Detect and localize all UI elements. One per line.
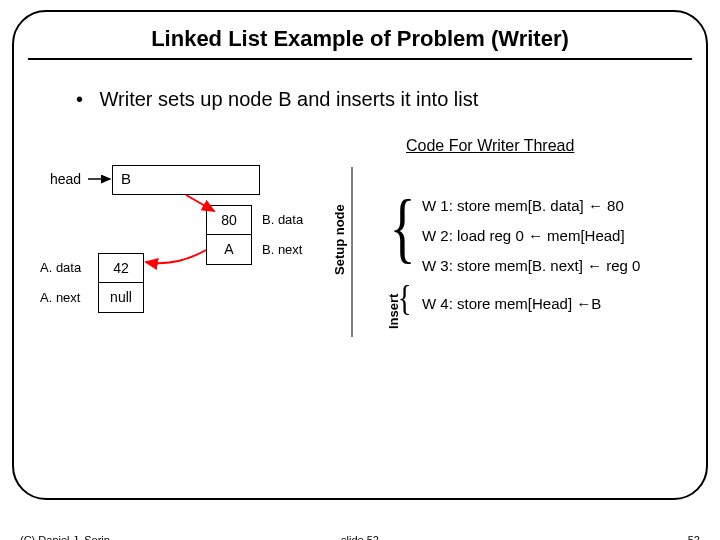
- code-heading: Code For Writer Thread: [406, 137, 574, 155]
- slide-title: Linked List Example of Problem (Writer): [36, 26, 684, 58]
- node-a-next-cell: null: [98, 283, 144, 313]
- code-w2: W 2: load reg 0 ← mem[Head]: [422, 221, 640, 251]
- a-next-label: A. next: [40, 283, 81, 313]
- code-lines: W 1: store mem[B. data] ← 80 W 2: load r…: [422, 191, 640, 319]
- code-w4: W 4: store mem[Head] ←B: [422, 289, 640, 319]
- node-a-labels: A. data A. next: [40, 253, 81, 313]
- head-label: head: [50, 171, 81, 187]
- diagram-area: Code For Writer Thread head B A. data A.…: [36, 137, 684, 437]
- a-data-label: A. data: [40, 253, 81, 283]
- slide-number-center: slide 52: [0, 534, 720, 540]
- node-b-data-cell: 80: [206, 205, 252, 235]
- node-b: 80 A: [206, 205, 252, 265]
- page-number: 52: [688, 534, 700, 540]
- brace-insert: {: [398, 277, 412, 319]
- node-a-data-cell: 42: [98, 253, 144, 283]
- b-box: B: [112, 165, 260, 195]
- code-w3: W 3: store mem[B. next] ← reg 0: [422, 251, 640, 281]
- node-a: 42 null: [98, 253, 144, 313]
- setup-node-label: Setup node: [332, 204, 347, 275]
- slide-frame: Linked List Example of Problem (Writer) …: [12, 10, 708, 500]
- b-next-label: B. next: [262, 235, 303, 265]
- bullet-row: • Writer sets up node B and inserts it i…: [76, 88, 684, 111]
- brace-setup: {: [390, 189, 416, 267]
- bullet-dot: •: [76, 88, 94, 111]
- node-b-labels: B. data B. next: [262, 205, 303, 265]
- node-b-next-cell: A: [206, 235, 252, 265]
- b-data-label: B. data: [262, 205, 303, 235]
- code-w1: W 1: store mem[B. data] ← 80: [422, 191, 640, 221]
- bullet-text: Writer sets up node B and inserts it int…: [100, 88, 479, 110]
- title-underline: [28, 58, 692, 60]
